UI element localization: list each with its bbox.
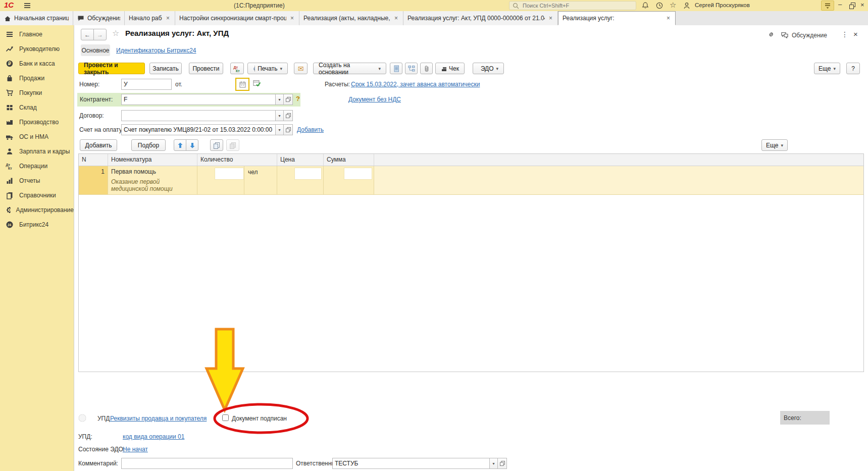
notifications-bell-icon[interactable]	[641, 2, 649, 10]
sum-value-box[interactable]	[344, 168, 372, 180]
user-name[interactable]: Сергей Проскуряков	[695, 2, 750, 8]
tab-close-icon[interactable]: ×	[289, 15, 295, 22]
restore-button[interactable]	[849, 2, 856, 9]
settlements-terms-link[interactable]: Срок 15.03.2022, зачет аванса автоматиче…	[351, 81, 480, 88]
help-button[interactable]: ?	[846, 63, 860, 74]
pick-items-button[interactable]: Подбор	[131, 139, 166, 151]
col-header-price[interactable]: Цена	[277, 154, 324, 166]
tab-getting-started[interactable]: Начало работы ×	[125, 11, 175, 25]
tab-home[interactable]: Начальная страница	[0, 11, 73, 25]
post-and-close-button[interactable]: Провести и закрыть	[78, 63, 145, 74]
counterparty-check-icon[interactable]: ?	[296, 95, 300, 102]
cell-nomenclature[interactable]: Первая помощь Оказание первой медицинско…	[108, 166, 197, 195]
service-menu-icon[interactable]	[821, 1, 834, 11]
contract-open-icon[interactable]	[284, 110, 293, 121]
tab-sales-documents[interactable]: Реализация (акты, накладные, УПД) ×	[299, 11, 403, 25]
copy-link-icon[interactable]	[767, 30, 776, 39]
copy-rows-button[interactable]	[210, 139, 223, 151]
more-items-button[interactable]: Еще▾	[761, 139, 788, 151]
counterparty-dropdown-icon[interactable]: ▾	[276, 94, 284, 105]
vat-mode-link[interactable]: Документ без НДС	[348, 96, 401, 103]
operation-code-link[interactable]: код вида операции 01	[123, 433, 184, 440]
paste-rows-button[interactable]	[226, 139, 239, 151]
document-signed-checkbox[interactable]	[222, 414, 229, 421]
nav-forward-button[interactable]: →	[93, 29, 107, 40]
sidebar-item-sales[interactable]: Продажи	[0, 71, 74, 85]
comment-input[interactable]	[121, 458, 293, 469]
add-row-button[interactable]: Добавить	[80, 139, 117, 151]
discussion-link[interactable]: Обсуждение	[792, 32, 827, 39]
search-input[interactable]	[522, 2, 625, 9]
invoice-open-icon[interactable]	[284, 124, 293, 135]
invoice-add-link[interactable]: Добавить	[297, 126, 324, 133]
tab-main-section[interactable]: Основное	[81, 44, 110, 56]
invoice-input[interactable]	[121, 124, 276, 135]
sidebar-item-fixed-assets[interactable]: ОС и НМА	[0, 129, 74, 144]
col-header-n[interactable]: N	[79, 154, 108, 166]
counterparty-input[interactable]	[121, 94, 276, 105]
col-header-quantity[interactable]: Количество	[197, 154, 277, 166]
document-structure-button[interactable]	[405, 63, 418, 74]
col-header-sum[interactable]: Сумма	[324, 154, 374, 166]
tab-sales-act-new[interactable]: Реализация услуг: ×	[558, 11, 676, 25]
sidebar-item-reports[interactable]: Отчеты	[0, 173, 74, 188]
close-window-button[interactable]: ×	[860, 1, 864, 9]
sidebar-item-salary-hr[interactable]: Зарплата и кадры	[0, 144, 74, 159]
move-row-down-button[interactable]	[186, 139, 198, 151]
sidebar-item-bank-cash[interactable]: ₽ Банк и касса	[0, 56, 74, 71]
cell-n[interactable]: 1	[79, 166, 108, 195]
edo-button[interactable]: ЭДО▾	[473, 63, 504, 74]
move-row-up-button[interactable]	[174, 139, 186, 151]
check-receipt-button[interactable]: Чек	[435, 63, 465, 74]
quantity-value-box[interactable]	[215, 168, 244, 180]
tab-sales-act-saved[interactable]: Реализация услуг: Акт, УПД 0000-000006 о…	[403, 11, 558, 25]
tab-close-icon[interactable]: ×	[548, 15, 553, 22]
contract-input[interactable]	[121, 110, 276, 121]
post-button[interactable]: Провести	[189, 63, 223, 74]
tab-discussions[interactable]: Обсуждения	[73, 11, 125, 25]
sidebar-item-directories[interactable]: Справочники	[0, 188, 74, 202]
sidebar-item-production[interactable]: Производство	[0, 115, 74, 129]
global-search[interactable]	[509, 1, 636, 10]
more-menu-dots-icon[interactable]: ⋮	[841, 30, 848, 38]
responsible-open-icon[interactable]	[498, 458, 507, 469]
set-current-date-icon[interactable]	[252, 79, 262, 88]
price-value-box[interactable]	[294, 168, 322, 180]
send-email-button[interactable]: ✉	[294, 63, 308, 74]
sidebar-item-administration[interactable]: Администрирование	[0, 202, 74, 217]
sidebar-item-main[interactable]: Главное	[0, 27, 74, 41]
tab-sync-settings[interactable]: Настройки синхронизации смарт-процессов …	[175, 11, 299, 25]
tab-close-icon[interactable]: ×	[393, 15, 399, 22]
minimize-button[interactable]: –	[838, 1, 842, 8]
cell-sum[interactable]	[324, 166, 374, 195]
edo-state-link[interactable]: Не начат	[123, 446, 148, 453]
tab-close-icon[interactable]: ×	[666, 15, 671, 22]
invoice-dropdown-icon[interactable]: ▾	[276, 124, 284, 135]
sidebar-item-bitrix24[interactable]: 24 Битрикс24	[0, 217, 74, 232]
nav-back-button[interactable]: ←	[81, 29, 94, 40]
history-icon[interactable]	[655, 2, 663, 10]
sidebar-item-operations[interactable]: ДтКт Операции	[0, 159, 74, 173]
favorite-star-icon[interactable]: ☆	[112, 28, 119, 38]
requisites-link[interactable]: Реквизиты продавца и покупателя	[110, 415, 207, 422]
discussion-icon[interactable]	[781, 31, 789, 39]
counterparty-open-icon[interactable]	[284, 94, 293, 105]
cell-price[interactable]	[277, 166, 324, 195]
table-row[interactable]: 1 Первая помощь Оказание первой медицинс…	[79, 166, 863, 195]
tab-bitrix-identifiers[interactable]: Идентификаторы Битрикс24	[116, 47, 196, 54]
cell-quantity[interactable]: чел	[197, 166, 277, 195]
print-button[interactable]: Печать▾	[247, 63, 288, 74]
report-button[interactable]	[390, 63, 402, 74]
sidebar-item-warehouse[interactable]: Склад	[0, 100, 74, 115]
user-icon[interactable]	[683, 2, 691, 10]
favorites-star-icon[interactable]: ☆	[670, 1, 676, 10]
dtkt-postings-button[interactable]: ДтКт	[230, 63, 244, 74]
create-based-on-button[interactable]: Создать на основании▾	[313, 63, 386, 74]
attachments-button[interactable]	[420, 63, 433, 74]
more-toolbar-button[interactable]: Еще▾	[814, 63, 840, 74]
responsible-dropdown-icon[interactable]: ▾	[490, 458, 498, 469]
date-picker-button[interactable]	[235, 78, 249, 91]
tab-close-icon[interactable]: ×	[165, 15, 171, 22]
sidebar-item-manager[interactable]: Руководителю	[0, 41, 74, 56]
sidebar-item-purchases[interactable]: Покупки	[0, 85, 74, 100]
